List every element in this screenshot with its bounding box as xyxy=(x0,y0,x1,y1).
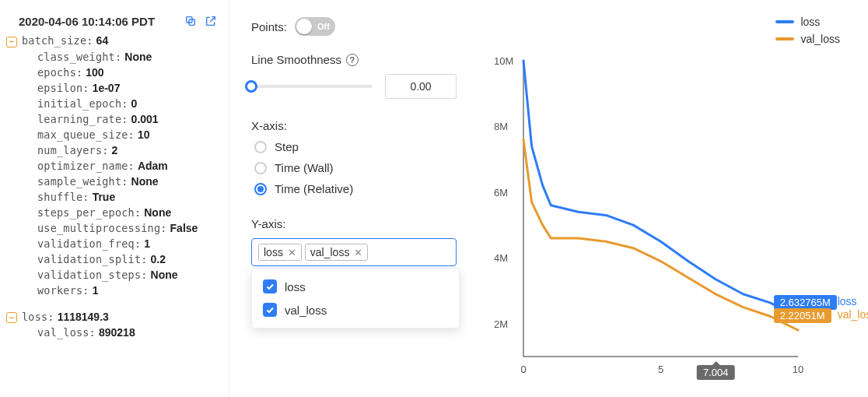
kv-row: num_layers: 2 xyxy=(37,144,218,156)
dropdown-item-label: val_loss xyxy=(285,304,327,317)
dropdown-item-label: loss xyxy=(285,280,306,293)
param-value: 0 xyxy=(131,97,138,110)
param-value: None xyxy=(124,51,152,63)
yaxis-chip-input[interactable]: loss✕ val_loss✕ xyxy=(251,238,457,266)
checkbox-checked-icon xyxy=(263,303,277,317)
param-value: 1118149.3 xyxy=(58,311,109,323)
sidebar: 2020-04-06 10:14:06 PDT −batch_size: 64c… xyxy=(0,0,229,397)
param-value: 2 xyxy=(112,144,118,156)
param-value: None xyxy=(144,206,171,219)
kv-row: initial_epoch: 0 xyxy=(37,97,218,110)
kv-row: shuffle: True xyxy=(37,191,218,203)
radio-label: Time (Relative) xyxy=(275,182,353,195)
param-value: None xyxy=(131,175,159,188)
param-value: 64 xyxy=(96,34,109,47)
dropdown-item-val_loss[interactable]: val_loss xyxy=(252,298,459,321)
param-key: class_weight: xyxy=(37,51,121,63)
help-icon[interactable]: ? xyxy=(346,54,359,66)
param-key: optimizer_name: xyxy=(37,160,135,172)
param-key: epochs: xyxy=(37,66,82,79)
yaxis-dropdown: lossval_loss xyxy=(251,268,460,328)
collapse-icon[interactable]: − xyxy=(6,37,17,47)
chart-panel: lossval_loss 10M8M6M4M2M 05107.004 2.632… xyxy=(471,0,868,397)
kv-row: use_multiprocessing: False xyxy=(37,222,218,234)
radio-label: Time (Wall) xyxy=(275,161,334,174)
kv-row: validation_steps: None xyxy=(37,269,218,281)
param-key: num_layers: xyxy=(37,144,109,156)
radio-time-relative-[interactable]: Time (Relative) xyxy=(254,182,457,195)
radio-dot-icon xyxy=(254,183,267,195)
checkbox-checked-icon xyxy=(263,279,277,293)
param-key: val_loss: xyxy=(37,326,96,339)
legend-item-loss[interactable]: loss xyxy=(775,16,840,28)
close-icon[interactable]: ✕ xyxy=(354,247,362,258)
kv-row: class_weight: None xyxy=(37,51,218,63)
callout-label-loss: loss xyxy=(838,295,857,307)
kv-row: −loss: 1118149.3 xyxy=(6,311,218,324)
radio-dot-icon xyxy=(254,162,267,174)
kv-row: learning_rate: 0.001 xyxy=(37,113,218,125)
y-tick-label: 8M xyxy=(494,121,508,132)
slider-thumb[interactable] xyxy=(245,80,257,93)
param-value: None xyxy=(151,269,178,281)
param-list: −batch_size: 64class_weight: Noneepochs:… xyxy=(22,34,218,297)
kv-row: validation_split: 0.2 xyxy=(37,253,218,265)
chip-val_loss[interactable]: val_loss✕ xyxy=(305,244,369,261)
chart-legend: lossval_loss xyxy=(775,16,840,45)
callout-value-val_loss: 2.22051M xyxy=(774,308,831,323)
smoothness-slider[interactable] xyxy=(251,85,373,88)
x-tick-label: 0 xyxy=(520,364,526,375)
legend-label: val_loss xyxy=(800,33,840,45)
param-value: 0.2 xyxy=(151,253,166,265)
points-toggle[interactable]: Off xyxy=(295,17,335,36)
radio-step[interactable]: Step xyxy=(254,140,457,153)
close-icon[interactable]: ✕ xyxy=(288,247,296,258)
kv-row: validation_freq: 1 xyxy=(37,237,218,250)
legend-item-val_loss[interactable]: val_loss xyxy=(775,33,840,45)
chip-label: loss xyxy=(264,246,283,258)
param-value: 100 xyxy=(86,66,103,79)
smoothness-label: Line Smoothness xyxy=(251,53,341,66)
x-cursor-marker: 7.004 xyxy=(697,365,735,380)
open-external-icon[interactable] xyxy=(204,14,218,28)
radio-label: Step xyxy=(275,140,299,153)
collapse-icon[interactable]: − xyxy=(6,312,17,323)
series-line-val_loss[interactable] xyxy=(523,139,798,330)
copy-icon[interactable] xyxy=(184,14,198,28)
param-value: 10 xyxy=(138,128,150,141)
run-timestamp: 2020-04-06 10:14:06 PDT xyxy=(19,15,177,28)
kv-row: −batch_size: 64 xyxy=(6,34,218,47)
param-key: workers: xyxy=(37,284,89,297)
param-key: initial_epoch: xyxy=(37,97,128,110)
series-line-loss[interactable] xyxy=(523,61,798,317)
legend-swatch-icon xyxy=(775,20,794,23)
points-toggle-state: Off xyxy=(317,22,330,31)
smoothness-input[interactable]: 0.00 xyxy=(385,74,457,99)
param-key: shuffle: xyxy=(37,191,89,203)
x-tick-label: 10 xyxy=(793,364,803,375)
param-value: 890218 xyxy=(99,326,135,339)
x-tick-label: 5 xyxy=(658,364,663,375)
param-value: False xyxy=(170,222,198,234)
param-value: 1 xyxy=(93,284,99,297)
callout-label-val_loss: val_loss xyxy=(838,308,868,321)
param-value: 1 xyxy=(144,237,150,250)
dropdown-item-loss[interactable]: loss xyxy=(252,275,459,298)
chip-loss[interactable]: loss✕ xyxy=(258,244,302,261)
yaxis-label: Y-axis: xyxy=(251,217,457,230)
radio-time-wall-[interactable]: Time (Wall) xyxy=(254,161,457,174)
kv-row: epochs: 100 xyxy=(37,66,218,79)
kv-row: max_queue_size: 10 xyxy=(37,128,218,141)
y-tick-label: 2M xyxy=(494,318,508,329)
kv-row: sample_weight: None xyxy=(37,175,218,188)
kv-row: val_loss: 890218 xyxy=(37,326,218,339)
param-key: validation_split: xyxy=(37,253,148,265)
param-key: use_multiprocessing: xyxy=(37,222,167,234)
param-key: validation_freq: xyxy=(37,237,141,250)
chip-label: val_loss xyxy=(310,246,350,258)
param-key: sample_weight: xyxy=(37,175,128,188)
param-value: 0.001 xyxy=(131,113,159,125)
y-tick-label: 4M xyxy=(494,252,508,264)
chart-plot-area[interactable] xyxy=(523,61,798,357)
param-key: batch_size: xyxy=(22,34,93,47)
